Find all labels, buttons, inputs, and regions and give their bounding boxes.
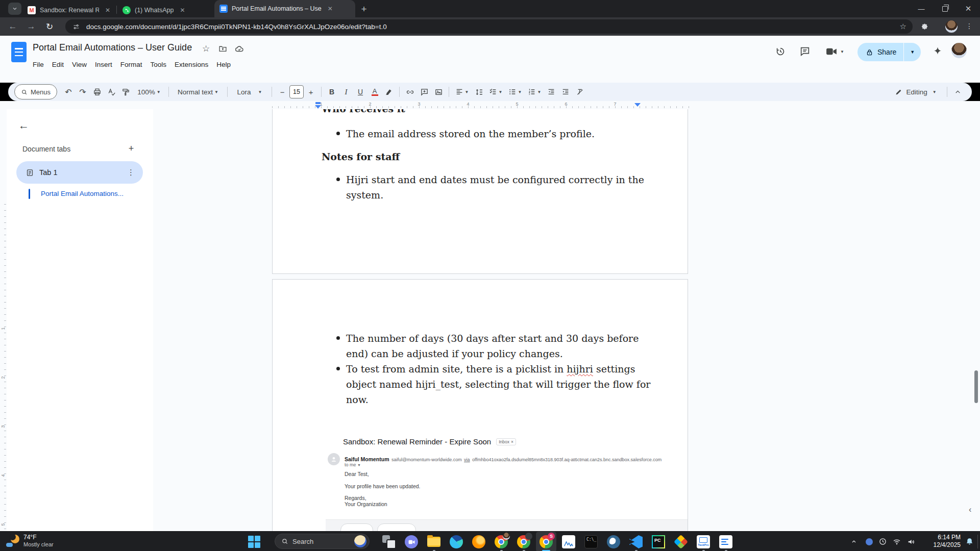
side-panel-collapse-icon[interactable]: ‹ — [969, 505, 971, 514]
tab-options-kebab-icon[interactable]: ⋮ — [125, 168, 137, 177]
wifi-status-button[interactable] — [890, 532, 903, 551]
vertical-scrollbar-thumb[interactable] — [974, 370, 978, 403]
doc-text-line[interactable]: To test from admin site, there is a pick… — [346, 361, 635, 377]
show-desktop-divider[interactable] — [977, 535, 978, 548]
taskpro-button[interactable]: TaskPro — [693, 532, 714, 551]
pycharm-button[interactable]: PC — [648, 532, 669, 551]
doc-text-line[interactable]: Hijri start and end dates must be config… — [346, 172, 644, 187]
numbered-list-button[interactable]: ▼ — [525, 85, 544, 98]
chrome-profile-1-button[interactable] — [491, 532, 511, 551]
menu-insert[interactable]: Insert — [91, 59, 116, 70]
text-color-button[interactable]: A — [368, 85, 381, 98]
doc-text-line[interactable]: object named hijri_test, selecting that … — [346, 377, 650, 392]
font-size-increase-button[interactable]: + — [304, 85, 317, 98]
comments-button[interactable] — [799, 46, 811, 57]
tray-app-icon-2[interactable] — [876, 532, 889, 551]
clear-formatting-button[interactable] — [573, 85, 586, 98]
menu-edit[interactable]: Edit — [48, 59, 68, 70]
browser-tab-docs-active[interactable]: Portal Email Automations – Use ✕ — [214, 0, 355, 17]
version-history-button[interactable] — [775, 46, 786, 57]
menu-tools[interactable]: Tools — [146, 59, 171, 70]
paragraph-style-select[interactable]: Normal text ▼ — [173, 85, 224, 98]
chrome-active-window-button[interactable]: S — [536, 532, 556, 551]
file-explorer-button[interactable] — [424, 532, 444, 551]
terminal-button[interactable]: C:\_ — [581, 532, 601, 551]
tray-clock[interactable]: 6:14 PM 12/4/2025 — [917, 534, 961, 549]
vscode-button[interactable] — [626, 532, 646, 551]
browser-tab-gmail[interactable]: M Sandbox: Renewal Reminder - E ✕ — [28, 3, 112, 17]
forward-button[interactable]: → — [24, 20, 38, 33]
bookmark-star-icon[interactable]: ☆ — [900, 22, 906, 31]
tab-close-icon[interactable]: ✕ — [178, 7, 187, 14]
window-minimize-button[interactable]: — — [910, 0, 933, 17]
bulleted-list-button[interactable]: ▼ — [506, 85, 524, 98]
font-size-input[interactable]: 15 — [289, 85, 304, 98]
highlight-color-button[interactable] — [382, 85, 396, 98]
first-line-indent-marker[interactable] — [315, 102, 321, 104]
tab-close-icon[interactable]: ✕ — [103, 7, 112, 14]
move-folder-icon[interactable] — [218, 44, 227, 53]
font-select[interactable]: Lora ▼ — [231, 85, 268, 98]
spellcheck-button[interactable] — [105, 85, 118, 98]
back-button[interactable]: ← — [6, 20, 19, 33]
italic-button[interactable]: I — [339, 85, 353, 98]
window-restore-button[interactable] — [933, 0, 957, 17]
insert-image-button[interactable] — [432, 85, 445, 98]
misspelled-word[interactable]: hijhri — [567, 363, 593, 374]
menu-file[interactable]: File — [29, 59, 48, 70]
increase-indent-button[interactable] — [559, 85, 572, 98]
gemini-spark-icon[interactable] — [932, 46, 943, 57]
print-button[interactable] — [90, 85, 104, 98]
reload-button[interactable]: ↻ — [43, 20, 56, 33]
sidebar-tab-1[interactable]: Tab 1 ⋮ — [16, 161, 143, 184]
underline-button[interactable]: U — [354, 85, 367, 98]
document-title[interactable]: Portal Email Automations – User Guide — [33, 42, 192, 53]
tray-app-icon-1[interactable] — [863, 532, 876, 551]
collapse-toolbar-button[interactable] — [951, 85, 964, 98]
add-tab-button[interactable]: + — [125, 142, 138, 155]
site-settings-icon[interactable] — [72, 23, 80, 31]
add-comment-button[interactable] — [418, 85, 431, 98]
cloud-status-icon[interactable] — [235, 44, 244, 54]
volume-button[interactable] — [904, 532, 918, 551]
sidebar-outline-item[interactable]: Portal Email Automations... — [41, 190, 124, 197]
chrome-profile-2-button[interactable] — [513, 532, 534, 551]
doc-text-line[interactable]: The number of days (30 days after start … — [346, 331, 639, 346]
taskbar-search-box[interactable]: Search — [275, 534, 370, 549]
align-button[interactable]: ▼ — [453, 85, 471, 98]
task-view-button[interactable] — [379, 532, 399, 551]
bold-button[interactable]: B — [325, 85, 338, 98]
checklist-button[interactable]: ▼ — [486, 85, 505, 98]
weather-widget[interactable]: 74°F Mostly clear — [0, 532, 133, 551]
doc-heading[interactable]: Notes for staff — [322, 149, 400, 164]
font-size-decrease-button[interactable]: − — [276, 85, 289, 98]
doc-text-line[interactable]: end) can be adjusted if your policy chan… — [346, 346, 563, 361]
account-avatar[interactable] — [951, 43, 967, 58]
left-indent-marker[interactable] — [315, 105, 321, 109]
decrease-indent-button[interactable] — [545, 85, 558, 98]
doc-text-line[interactable]: system. — [346, 187, 383, 203]
share-button[interactable]: Share — [857, 43, 904, 61]
redo-button[interactable]: ↷ — [76, 85, 89, 98]
line-spacing-button[interactable] — [472, 85, 485, 98]
menu-extensions[interactable]: Extensions — [170, 59, 212, 70]
git-client-button[interactable] — [671, 532, 691, 551]
menu-help[interactable]: Help — [212, 59, 235, 70]
undo-button[interactable]: ↶ — [62, 85, 75, 98]
paint-format-button[interactable] — [119, 85, 132, 98]
postgresql-button[interactable] — [603, 532, 624, 551]
zoom-select[interactable]: 100% ▼ — [133, 85, 165, 98]
browser-profile-avatar[interactable] — [945, 20, 958, 33]
meet-video-button[interactable]: ▼ — [826, 47, 844, 56]
media-waveform-app-button[interactable] — [558, 532, 579, 551]
insert-link-button[interactable] — [403, 85, 416, 98]
edge-browser-button[interactable] — [446, 532, 467, 551]
document-page-2[interactable]: The number of days (30 days after start … — [272, 279, 688, 532]
tab-search-button[interactable] — [8, 3, 21, 15]
doc-heading[interactable]: Who receives it — [322, 109, 405, 116]
menu-format[interactable]: Format — [116, 59, 146, 70]
notes-doc-button[interactable] — [716, 532, 736, 551]
tray-overflow-button[interactable] — [847, 532, 861, 551]
doc-text-line[interactable]: now. — [346, 392, 369, 407]
doc-text-line[interactable]: The email address stored on the member’s… — [346, 126, 595, 141]
